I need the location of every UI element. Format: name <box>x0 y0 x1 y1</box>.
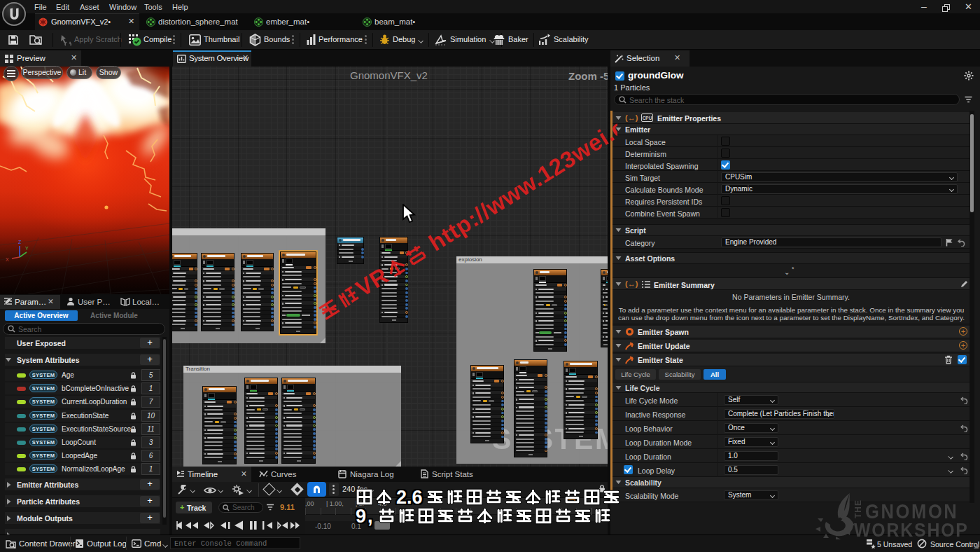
svg-text:X: X <box>6 257 9 262</box>
svg-text:Y: Y <box>25 246 29 251</box>
svg-text:WORKSHOP: WORKSHOP <box>854 520 969 539</box>
svg-text:Z: Z <box>18 240 22 244</box>
svg-text:THE: THE <box>853 499 863 518</box>
